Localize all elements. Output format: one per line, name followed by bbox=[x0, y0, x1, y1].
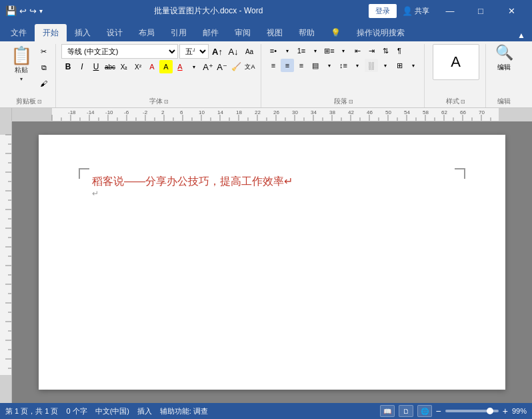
font-color-button[interactable]: A bbox=[173, 60, 187, 73]
text-effects-button[interactable]: A bbox=[145, 60, 159, 73]
page-info: 第 1 页，共 1 页 bbox=[5, 406, 58, 416]
shading-dropdown[interactable]: ▾ bbox=[379, 59, 392, 72]
tab-help[interactable]: 帮助 bbox=[291, 24, 323, 41]
document-page[interactable]: 稻客说——分享办公技巧，提高工作效率↵ ↵ bbox=[39, 135, 505, 390]
paragraph-mark: ↵ bbox=[92, 189, 459, 198]
status-right: 📖 🗋 🌐 − + 99% bbox=[380, 405, 527, 417]
redo-icon[interactable]: ↪ bbox=[29, 6, 37, 16]
font-name-select[interactable]: 等线 (中文正文) bbox=[61, 44, 178, 59]
justify-button[interactable]: ▤ bbox=[309, 59, 322, 72]
zoom-slider[interactable] bbox=[445, 410, 499, 412]
tab-view[interactable]: 视图 bbox=[259, 24, 291, 41]
collapse-ribbon-icon[interactable]: ▲ bbox=[513, 29, 529, 41]
word-count: 0 个字 bbox=[66, 406, 87, 416]
find-icon: 🔍 bbox=[495, 44, 513, 61]
superscript-button[interactable]: X² bbox=[131, 60, 145, 73]
line-spacing-button[interactable]: ↕≡ bbox=[337, 59, 350, 72]
bullets-dropdown[interactable]: ▾ bbox=[281, 44, 294, 57]
undo-icon[interactable]: ↩ bbox=[19, 6, 27, 16]
numbering-button[interactable]: 1≡ bbox=[295, 44, 308, 57]
shading-button[interactable]: ░ bbox=[365, 59, 378, 72]
ruler-container bbox=[0, 108, 532, 121]
strikethrough-button[interactable]: abc bbox=[103, 60, 117, 73]
share-icon: 👤 bbox=[402, 6, 413, 16]
accessibility-status: 辅助功能: 调查 bbox=[160, 406, 208, 416]
share-button[interactable]: 👤 共享 bbox=[402, 6, 429, 16]
clear-format-button[interactable]: 🧹 bbox=[229, 60, 243, 73]
styles-gallery-button[interactable]: A bbox=[433, 44, 479, 80]
zoom-minus-button[interactable]: − bbox=[436, 406, 441, 416]
tab-references[interactable]: 引用 bbox=[163, 24, 195, 41]
tab-layout[interactable]: 布局 bbox=[131, 24, 163, 41]
edit-mode: 插入 bbox=[137, 406, 152, 416]
tab-home[interactable]: 开始 bbox=[35, 24, 67, 41]
save-icon[interactable]: 💾 bbox=[5, 5, 17, 16]
main-area: 稻客说——分享办公技巧，提高工作效率↵ ↵ bbox=[0, 121, 532, 403]
italic-button[interactable]: I bbox=[75, 60, 89, 73]
paragraph-expand-icon[interactable]: ⊡ bbox=[349, 99, 353, 105]
sort-button[interactable]: ⇅ bbox=[379, 44, 392, 57]
highlight-button[interactable]: A bbox=[159, 60, 173, 73]
document-title[interactable]: 稻客说——分享办公技巧，提高工作效率↵ bbox=[92, 175, 459, 189]
zoom-plus-button[interactable]: + bbox=[503, 406, 508, 416]
line-spacing-dropdown[interactable]: ▾ bbox=[351, 59, 364, 72]
cut-button[interactable]: ✂ bbox=[37, 44, 51, 59]
font-color-dropdown[interactable]: ▾ bbox=[187, 60, 201, 73]
tab-insert[interactable]: 插入 bbox=[67, 24, 99, 41]
multilevel-button[interactable]: ⊞≡ bbox=[323, 44, 336, 57]
corner-mark-top-right bbox=[455, 168, 465, 179]
numbering-dropdown[interactable]: ▾ bbox=[309, 44, 322, 57]
align-left-button[interactable]: ≡ bbox=[267, 59, 280, 72]
increase-font-button[interactable]: A⁺ bbox=[201, 60, 215, 73]
tab-search[interactable]: 操作说明搜索 bbox=[349, 24, 413, 41]
tab-review[interactable]: 审阅 bbox=[227, 24, 259, 41]
decrease-indent-button[interactable]: ⇤ bbox=[351, 44, 364, 57]
zoom-level: 99% bbox=[512, 407, 527, 415]
paste-button[interactable]: 📋 粘贴 ▾ bbox=[7, 44, 35, 85]
close-button[interactable]: ✕ bbox=[496, 0, 527, 21]
copy-button[interactable]: ⧉ bbox=[37, 60, 51, 75]
window-controls: — □ ✕ bbox=[435, 0, 527, 21]
subscript-button[interactable]: X₂ bbox=[117, 60, 131, 73]
bullets-button[interactable]: ≡• bbox=[267, 44, 280, 57]
title-text: 批量设置图片大小.docx - Word bbox=[48, 5, 369, 17]
login-button[interactable]: 登录 bbox=[369, 4, 397, 18]
tab-lightbulb[interactable]: 💡 bbox=[323, 24, 349, 41]
justify-dropdown[interactable]: ▾ bbox=[323, 59, 336, 72]
customize-icon[interactable]: ▾ bbox=[39, 7, 43, 15]
tab-mail[interactable]: 邮件 bbox=[195, 24, 227, 41]
read-mode-button[interactable]: 📖 bbox=[380, 405, 395, 417]
maximize-button[interactable]: □ bbox=[465, 0, 496, 21]
decrease-font-button[interactable]: A⁻ bbox=[215, 60, 229, 73]
font-expand-icon[interactable]: ⊡ bbox=[164, 99, 169, 105]
print-layout-button[interactable]: 🗋 bbox=[399, 405, 413, 417]
ribbon-tabs: 文件 开始 插入 设计 布局 引用 邮件 审阅 视图 帮助 💡 操作说明搜索 ▲ bbox=[0, 21, 532, 41]
font-grow-button[interactable]: A↑ bbox=[210, 44, 225, 59]
increase-indent-button[interactable]: ⇥ bbox=[365, 44, 378, 57]
web-layout-button[interactable]: 🌐 bbox=[417, 405, 432, 417]
styles-expand-icon[interactable]: ⊡ bbox=[461, 99, 465, 105]
format-painter-button[interactable]: 🖌 bbox=[37, 76, 51, 91]
multilevel-dropdown[interactable]: ▾ bbox=[337, 44, 350, 57]
change-case-button[interactable]: Aa bbox=[242, 44, 257, 59]
ribbon-body: 📋 粘贴 ▾ ✂ ⧉ 🖌 剪贴板 ⊡ 等线 (中文正文) 五号 bbox=[0, 41, 532, 108]
phonetic-button[interactable]: 文A bbox=[243, 60, 257, 73]
align-center-button[interactable]: ≡ bbox=[281, 59, 294, 72]
clipboard-expand-icon[interactable]: ⊡ bbox=[37, 99, 42, 105]
bold-button[interactable]: B bbox=[61, 60, 75, 73]
tab-design[interactable]: 设计 bbox=[99, 24, 131, 41]
show-marks-button[interactable]: ¶ bbox=[393, 44, 406, 57]
find-replace-button[interactable]: 🔍 编辑 bbox=[495, 44, 513, 72]
tab-file[interactable]: 文件 bbox=[3, 24, 35, 41]
font-size-select[interactable]: 五号 bbox=[179, 44, 209, 59]
zoom-slider-thumb[interactable] bbox=[487, 408, 493, 414]
document-area[interactable]: 稻客说——分享办公技巧，提高工作效率↵ ↵ bbox=[12, 121, 532, 403]
align-right-button[interactable]: ≡ bbox=[295, 59, 308, 72]
underline-button[interactable]: U bbox=[89, 60, 103, 73]
paste-dropdown-icon[interactable]: ▾ bbox=[20, 76, 23, 82]
borders-dropdown[interactable]: ▾ bbox=[407, 59, 420, 72]
minimize-button[interactable]: — bbox=[435, 0, 465, 21]
borders-button[interactable]: ⊞ bbox=[393, 59, 406, 72]
ruler bbox=[12, 108, 532, 121]
font-shrink-button[interactable]: A↓ bbox=[226, 44, 241, 59]
